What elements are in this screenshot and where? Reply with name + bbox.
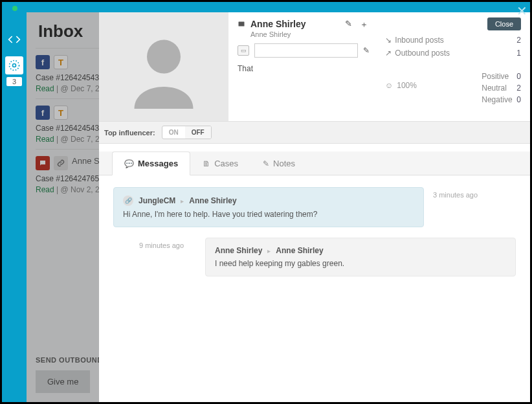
neutral-value: 2 xyxy=(516,84,521,93)
messages-area: 🔗 JungleCM ▸ Anne Shirley Hi Anne, I'm h… xyxy=(99,175,530,402)
sentiment-pct: 100% xyxy=(397,81,417,90)
tab-label: Notes xyxy=(273,159,295,168)
tabs: 💬 Messages 🗎 Cases ✎ Notes xyxy=(99,152,530,175)
message-to: Anne Shirley xyxy=(276,246,323,255)
outbound-value: 1 xyxy=(516,49,521,58)
sentiment-icon: ☺ xyxy=(385,81,393,90)
outbound-label: Outbound posts xyxy=(395,49,450,58)
rail-code-icon[interactable] xyxy=(6,32,22,47)
toggle-off[interactable]: OFF xyxy=(185,126,211,139)
influencer-toggle[interactable]: ON OFF xyxy=(162,126,212,139)
message-from: Anne Shirley xyxy=(215,246,262,255)
messages-icon: 💬 xyxy=(124,159,134,168)
chevron-right-icon: ▸ xyxy=(267,247,271,254)
influencer-label: Top influencer: xyxy=(104,129,155,137)
presence-dot xyxy=(12,6,17,11)
notes-icon: ✎ xyxy=(263,159,269,168)
tab-cases[interactable]: 🗎 Cases xyxy=(190,152,250,175)
rail-gear-icon[interactable] xyxy=(5,56,23,74)
message-bubble[interactable]: 🔗 JungleCM ▸ Anne Shirley Hi Anne, I'm h… xyxy=(113,187,424,227)
inbound-value: 2 xyxy=(516,36,521,45)
svg-rect-3 xyxy=(239,22,245,27)
top-bar xyxy=(2,2,530,12)
inbound-label: Inbound posts xyxy=(395,36,443,45)
link-icon: 🔗 xyxy=(123,196,133,206)
contact-input[interactable] xyxy=(254,43,358,58)
tab-label: Cases xyxy=(214,159,238,168)
message-time: 9 minutes ago xyxy=(139,241,184,249)
toggle-on[interactable]: ON xyxy=(162,126,185,139)
add-icon[interactable]: ＋ xyxy=(360,19,368,30)
outbound-arrow-icon: ↗ xyxy=(385,49,393,58)
edit-contact-icon[interactable]: ✎ xyxy=(363,46,370,55)
message-body: I need help keeping my gables green. xyxy=(215,259,506,268)
positive-value: 0 xyxy=(516,72,521,81)
svg-point-2 xyxy=(147,39,181,73)
svg-point-1 xyxy=(10,61,19,71)
chevron-right-icon: ▸ xyxy=(181,197,184,205)
negative-value: 0 xyxy=(516,95,521,104)
detail-panel: ✕ Close ✎ ＋ Anne Shirley Anne Shirley ▭ … xyxy=(99,12,530,402)
cases-icon: 🗎 xyxy=(203,159,210,168)
inbound-arrow-icon: ↘ xyxy=(385,36,393,45)
avatar xyxy=(99,12,228,121)
tab-messages[interactable]: 💬 Messages xyxy=(112,152,190,175)
message-row: 9 minutes ago Anne Shirley ▸ Anne Shirle… xyxy=(113,238,516,276)
stats-block: ↘ Inbound posts 2 ↗ Outbound posts 1 ☺ 1… xyxy=(385,36,521,107)
neutral-label: Neutral xyxy=(482,84,507,93)
rail-badge: 3 xyxy=(6,77,22,86)
edit-icon[interactable]: ✎ xyxy=(345,19,352,30)
tab-label: Messages xyxy=(138,159,178,168)
positive-label: Positive xyxy=(482,72,509,81)
message-from: JungleCM xyxy=(139,196,175,205)
contact-card-icon: ▭ xyxy=(238,45,249,56)
tab-notes[interactable]: ✎ Notes xyxy=(250,152,307,175)
message-time: 3 minutes ago xyxy=(433,191,478,199)
left-rail: 3 xyxy=(2,12,27,402)
card-icon xyxy=(238,20,245,28)
message-row: 🔗 JungleCM ▸ Anne Shirley Hi Anne, I'm h… xyxy=(113,187,516,227)
close-button[interactable]: Close xyxy=(487,17,521,30)
influencer-row: Top influencer: ON OFF xyxy=(99,121,530,144)
negative-label: Negative xyxy=(482,95,512,104)
svg-point-0 xyxy=(13,64,16,67)
message-body: Hi Anne, I'm here to help. Have you trie… xyxy=(123,210,414,219)
user-name: Anne Shirley xyxy=(250,19,306,29)
message-to: Anne Shirley xyxy=(189,196,236,205)
message-bubble[interactable]: Anne Shirley ▸ Anne Shirley I need help … xyxy=(205,238,516,276)
